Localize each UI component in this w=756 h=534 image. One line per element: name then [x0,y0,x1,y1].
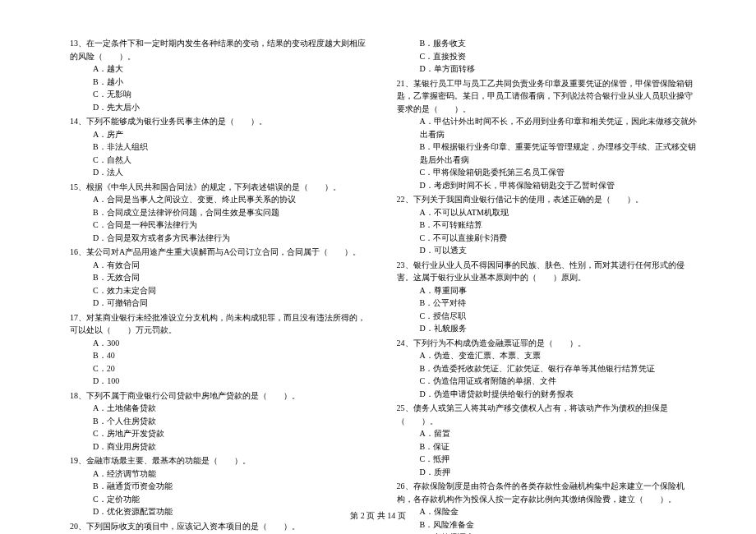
q16-opt-b: B．无效合同 [70,271,372,284]
question-24: 24、下列行为不构成伪造金融票证罪的是（ ）。 A．伪造、变造汇票、本票、支票 … [397,337,699,401]
q24-opt-b: B．伪造委托收款凭证、汇款凭证、银行存单等其他银行结算凭证 [397,362,699,375]
q15-opt-c: C．合同是一种民事法律行为 [70,219,372,232]
q17-text: 17、对某商业银行未经批准设立分支机构，尚未构成犯罪，而且没有违法所得的，可以处… [70,311,372,337]
q21-opt-d: D．考虑到时间不长，甲将保险箱钥匙交于乙暂时保管 [397,179,699,192]
q19-opt-c: C．定价功能 [70,493,372,506]
question-23: 23、银行业从业人员不得因同事的民族、肤色、性别，而对其进行任何形式的侵害。这属… [397,259,699,335]
question-18: 18、下列不属于商业银行公司贷款中房地产贷款的是（ ）。 A．土地储备贷款 B．… [70,389,372,453]
question-16: 16、某公司对A产品用途产生重大误解而与A公司订立合同，合同属于（ ）。 A．有… [70,246,372,310]
right-column: B．服务收支 C．直接投资 D．单方面转移 21、某银行员工甲与员工乙共同负责业… [397,37,699,534]
q26-text: 26、存款保险制度是由符合条件的各类存款性金融机构集中起来建立一个保险机构，各存… [397,480,699,505]
q15-opt-b: B．合同成立是法律评价问题，合同生效是事实问题 [70,206,372,219]
q21-text: 21、某银行员工甲与员工乙共同负责业务印章及重要凭证的保管，甲保管保险箱钥匙，乙… [397,77,699,116]
q17-opt-a: A．300 [70,337,372,350]
q26-opt-c: C．存款保证金 [397,531,699,534]
q14-opt-b: B．非法人组织 [70,140,372,154]
q19-opt-a: A．经济调节功能 [70,467,372,481]
q16-opt-d: D．可撤销合同 [70,297,372,310]
q16-opt-a: A．有效合同 [70,259,372,272]
q13-opt-a: A．越大 [70,62,372,76]
q25-opt-a: A．留置 [397,427,699,440]
q20-opt-b: B．服务收支 [397,37,699,50]
q15-opt-d: D．合同是双方或者多方民事法律行为 [70,232,372,245]
question-19: 19、金融市场最主要、最基本的功能是（ ）。 A．经济调节功能 B．融通货币资金… [70,454,372,518]
q22-opt-a: A．不可以从ATM机取现 [397,206,699,219]
q14-opt-a: A．房产 [70,128,372,141]
q21-opt-a: A．甲估计外出时间不长，不必用到业务印章和相关凭证，因此未做移交就外出看病 [397,115,699,140]
q15-text: 15、根据《中华人民共和国合同法》的规定，下列表述错误的是（ ）。 [70,181,372,194]
q18-opt-c: C．房地产开发贷款 [70,427,372,440]
q24-opt-c: C．伪造信用证或者附随的单据、文件 [397,375,699,388]
q16-opt-c: C．效力未定合同 [70,284,372,297]
question-26: 26、存款保险制度是由符合条件的各类存款性金融机构集中起来建立一个保险机构，各存… [397,480,699,534]
q25-opt-b: B．保证 [397,440,699,453]
q14-text: 14、下列不能够成为银行业务民事主体的是（ ）。 [70,115,372,128]
q16-text: 16、某公司对A产品用途产生重大误解而与A公司订立合同，合同属于（ ）。 [70,246,372,259]
q23-opt-d: D．礼貌服务 [397,322,699,335]
q25-opt-c: C．抵押 [397,453,699,466]
q14-opt-d: D．法人 [70,166,372,179]
q13-opt-b: B．越小 [70,76,372,89]
q25-text: 25、债务人或第三人将其动产移交债权人占有，将该动产作为债权的担保是（ ）。 [397,402,699,427]
q23-text: 23、银行业从业人员不得因同事的民族、肤色、性别，而对其进行任何形式的侵害。这属… [397,259,699,284]
q22-opt-c: C．不可以直接刷卡消费 [397,232,699,245]
q14-opt-c: C．自然人 [70,154,372,167]
question-14: 14、下列不能够成为银行业务民事主体的是（ ）。 A．房产 B．非法人组织 C．… [70,115,372,179]
question-15: 15、根据《中华人民共和国合同法》的规定，下列表述错误的是（ ）。 A．合同是当… [70,181,372,245]
q18-opt-d: D．商业用房贷款 [70,440,372,453]
q24-text: 24、下列行为不构成伪造金融票证罪的是（ ）。 [397,337,699,350]
q13-text: 13、在一定条件下和一定时期内发生各种结果的变动，结果的变动程度越大则相应的风险… [70,37,372,62]
question-25: 25、债务人或第三人将其动产移交债权人占有，将该动产作为债权的担保是（ ）。 A… [397,402,699,478]
question-13: 13、在一定条件下和一定时期内发生各种结果的变动，结果的变动程度越大则相应的风险… [70,37,372,113]
q25-opt-d: D．质押 [397,466,699,479]
q13-opt-d: D．先大后小 [70,101,372,114]
q23-opt-c: C．授信尽职 [397,310,699,323]
q20-opt-d: D．单方面转移 [397,62,699,76]
q22-opt-d: D．可以透支 [397,244,699,257]
q20-opt-c: C．直接投资 [397,50,699,63]
question-20-cont: B．服务收支 C．直接投资 D．单方面转移 [397,37,699,76]
q24-opt-a: A．伪造、变造汇票、本票、支票 [397,349,699,362]
q18-opt-b: B．个人住房贷款 [70,415,372,428]
question-21: 21、某银行员工甲与员工乙共同负责业务印章及重要凭证的保管，甲保管保险箱钥匙，乙… [397,77,699,192]
page-footer: 第 2 页 共 14 页 [0,510,756,522]
q21-opt-b: B．甲根据银行业务印章、重要凭证等管理规定，办理移交手续、正式移交钥匙后外出看病 [397,140,699,166]
page-content: 13、在一定条件下和一定时期内发生各种结果的变动，结果的变动程度越大则相应的风险… [70,37,698,534]
q24-opt-d: D．伪造申请贷款时提供给银行的财务报表 [397,388,699,401]
q17-opt-b: B．40 [70,349,372,362]
q23-opt-a: A．尊重同事 [397,284,699,297]
question-22: 22、下列关于我国商业银行借记卡的使用，表述正确的是（ ）。 A．不可以从ATM… [397,193,699,257]
q21-opt-c: C．甲将保险箱钥匙委托第三名员工保管 [397,166,699,179]
q18-text: 18、下列不属于商业银行公司贷款中房地产贷款的是（ ）。 [70,389,372,403]
question-20: 20、下列国际收支的项目中，应该记入资本项目的是（ ）。 A．贸易收支 [70,520,372,535]
question-17: 17、对某商业银行未经批准设立分支机构，尚未构成犯罪，而且没有违法所得的，可以处… [70,311,372,388]
left-column: 13、在一定条件下和一定时期内发生各种结果的变动，结果的变动程度越大则相应的风险… [70,37,372,534]
q22-opt-b: B．不可转账结算 [397,219,699,232]
q22-text: 22、下列关于我国商业银行借记卡的使用，表述正确的是（ ）。 [397,193,699,206]
q18-opt-a: A．土地储备贷款 [70,402,372,415]
q19-opt-b: B．融通货币资金功能 [70,480,372,493]
q19-text: 19、金融市场最主要、最基本的功能是（ ）。 [70,454,372,467]
q23-opt-b: B．公平对待 [397,297,699,310]
q17-opt-c: C．20 [70,362,372,375]
q15-opt-a: A．合同是当事人之间设立、变更、终止民事关系的协议 [70,193,372,206]
q13-opt-c: C．无影响 [70,88,372,101]
q17-opt-d: D．100 [70,375,372,388]
